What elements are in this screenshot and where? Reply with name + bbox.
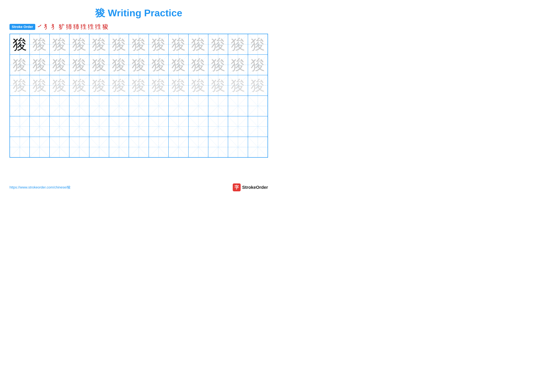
grid-cell-empty[interactable] [10, 137, 29, 157]
stroke-1: ㇒ [37, 23, 43, 31]
grid-cell[interactable]: 狻 [168, 55, 188, 75]
grid-cell-empty[interactable] [149, 96, 168, 116]
grid-cell[interactable]: 狻 [248, 34, 268, 55]
grid-cell-empty[interactable] [69, 116, 89, 137]
grid-cell[interactable]: 狻 [228, 34, 248, 55]
stroke-2: 犭 [44, 23, 50, 31]
grid-cell-empty[interactable] [29, 137, 49, 157]
grid-cell[interactable]: 狻 [208, 75, 228, 96]
grid-cell[interactable]: 狻 [129, 34, 149, 55]
grid-cell[interactable]: 狻 [29, 75, 49, 96]
grid-cell[interactable]: 狻 [228, 55, 248, 75]
footer-url: https://www.strokeorder.com/chinese/狻 [9, 185, 71, 190]
grid-cell[interactable]: 狻 [89, 34, 109, 55]
grid-cell-empty[interactable] [29, 116, 49, 137]
character-lighter: 狻 [189, 75, 208, 95]
grid-cell[interactable]: 狻 [208, 34, 228, 55]
grid-cell[interactable]: 狻 [50, 55, 69, 75]
grid-cell[interactable]: 狻 [129, 55, 149, 75]
grid-cell-empty[interactable] [109, 96, 129, 116]
grid-cell[interactable]: 狻 [10, 55, 29, 75]
grid-cell-empty[interactable] [168, 116, 188, 137]
grid-cell[interactable]: 狻 [29, 34, 49, 55]
character-lighter: 狻 [149, 75, 168, 95]
grid-cell-empty[interactable] [168, 137, 188, 157]
grid-cell[interactable]: 狻 [248, 75, 268, 96]
grid-cell-empty[interactable] [129, 116, 149, 137]
grid-cell-empty[interactable] [248, 137, 268, 157]
grid-cell-empty[interactable] [208, 137, 228, 157]
title-text: 狻 Writing Practice [95, 7, 182, 18]
character-lighter: 狻 [69, 75, 89, 95]
grid-cell[interactable]: 狻 [129, 75, 149, 96]
grid-row-3: 狻 狻 狻 狻 狻 狻 狻 狻 狻 狻 狻 狻 狻 [10, 75, 268, 96]
grid-cell-empty[interactable] [228, 116, 248, 137]
grid-cell-empty[interactable] [189, 96, 208, 116]
grid-cell[interactable]: 狻 [228, 75, 248, 96]
grid-cell[interactable]: 狻 [149, 75, 168, 96]
grid-cell-empty[interactable] [149, 137, 168, 157]
grid-cell-empty[interactable] [149, 116, 168, 137]
grid-cell[interactable]: 狻 [29, 55, 49, 75]
grid-cell-empty[interactable] [109, 116, 129, 137]
grid-cell-empty[interactable] [69, 96, 89, 116]
grid-cell[interactable]: 狻 [10, 75, 29, 96]
grid-cell[interactable]: 狻 [89, 75, 109, 96]
grid-row-4 [10, 96, 268, 116]
stroke-8: 狌 [88, 23, 94, 31]
grid-cell-empty[interactable] [50, 137, 69, 157]
grid-cell-empty[interactable] [228, 137, 248, 157]
grid-cell-empty[interactable] [248, 116, 268, 137]
grid-cell[interactable]: 狻 [109, 55, 129, 75]
grid-cell-empty[interactable] [10, 116, 29, 137]
grid-cell[interactable]: 狻 [208, 55, 228, 75]
grid-cell[interactable]: 狻 [189, 34, 208, 55]
grid-cell-empty[interactable] [168, 96, 188, 116]
grid-cell[interactable]: 狻 [89, 55, 109, 75]
grid-cell[interactable]: 狻 [69, 75, 89, 96]
grid-row-6 [10, 137, 268, 157]
grid-cell-empty[interactable] [50, 116, 69, 137]
grid-cell[interactable]: 狻 [168, 75, 188, 96]
grid-cell[interactable]: 狻 [109, 34, 129, 55]
grid-cell[interactable]: 狻 [50, 75, 69, 96]
character-lighter: 狻 [228, 75, 248, 95]
grid-cell[interactable]: 狻 [69, 55, 89, 75]
grid-cell-empty[interactable] [69, 137, 89, 157]
grid-cell-empty[interactable] [129, 137, 149, 157]
grid-cell[interactable]: 狻 [69, 34, 89, 55]
grid-cell-empty[interactable] [129, 96, 149, 116]
grid-cell[interactable]: 狻 [248, 55, 268, 75]
grid-cell[interactable]: 狻 [149, 55, 168, 75]
grid-cell-empty[interactable] [50, 96, 69, 116]
character-lighter: 狻 [30, 75, 49, 95]
grid-cell-empty[interactable] [208, 96, 228, 116]
grid-cell-empty[interactable] [89, 137, 109, 157]
footer-logo: 字 StrokeOrder [233, 183, 268, 191]
grid-cell-empty[interactable] [10, 96, 29, 116]
grid-cell[interactable]: 狻 [168, 34, 188, 55]
footer-logo-text: StrokeOrder [242, 185, 268, 190]
grid-cell-empty[interactable] [89, 116, 109, 137]
character-light: 狻 [228, 55, 248, 75]
grid-cell[interactable]: 狻 [10, 34, 29, 55]
grid-cell-empty[interactable] [109, 137, 129, 157]
grid-cell-empty[interactable] [189, 116, 208, 137]
character-light: 狻 [50, 34, 69, 54]
grid-cell[interactable]: 狻 [189, 55, 208, 75]
grid-cell-empty[interactable] [89, 96, 109, 116]
grid-cell-empty[interactable] [248, 96, 268, 116]
character-light: 狻 [129, 55, 148, 75]
grid-cell-empty[interactable] [228, 96, 248, 116]
grid-cell[interactable]: 狻 [189, 75, 208, 96]
stroke-order-badge: Stroke Order [9, 24, 35, 30]
grid-cell-empty[interactable] [29, 96, 49, 116]
grid-cell[interactable]: 狻 [149, 34, 168, 55]
character-light: 狻 [149, 55, 168, 75]
character-lighter: 狻 [10, 75, 29, 95]
character-light: 狻 [69, 34, 89, 54]
grid-cell-empty[interactable] [208, 116, 228, 137]
grid-cell[interactable]: 狻 [50, 34, 69, 55]
grid-cell-empty[interactable] [189, 137, 208, 157]
grid-cell[interactable]: 狻 [109, 75, 129, 96]
